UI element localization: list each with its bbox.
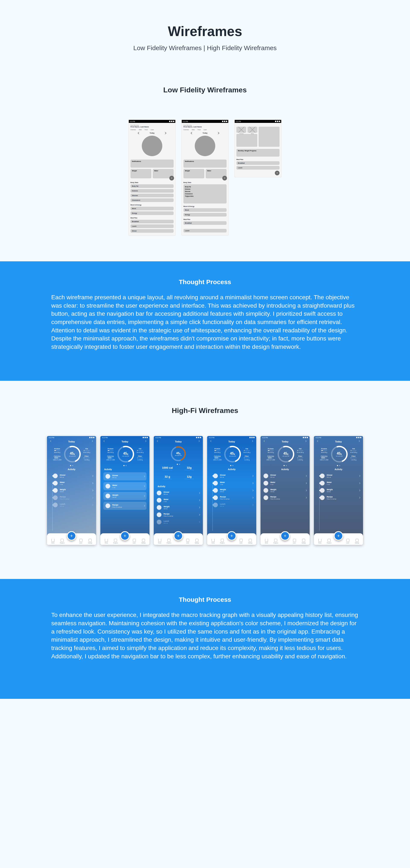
tab-overview[interactable]: Overview (183, 129, 189, 130)
breakfast-row[interactable]: Breakfast (183, 221, 227, 225)
nav-home[interactable]: Home (262, 539, 271, 544)
today-header[interactable]: Today (100, 439, 149, 443)
chevron-right-icon[interactable] (145, 440, 146, 442)
nav-settings[interactable]: Settings (192, 539, 202, 544)
tab-food[interactable]: Food (145, 129, 148, 130)
nav-learn[interactable]: Learn (343, 539, 353, 544)
lunch-row[interactable]: Lunch (183, 229, 227, 232)
activity-recipe[interactable]: RecipePaleo Dumplings (320, 494, 360, 501)
nav-home[interactable]: Home (101, 539, 111, 544)
activity-weight[interactable]: Weight190 lbs (157, 504, 200, 511)
nav-home[interactable]: Home (315, 539, 325, 544)
nav-settings[interactable]: Settings (245, 539, 255, 544)
notifications-card[interactable]: Notifications (183, 160, 227, 168)
monthly-weight-card[interactable]: Monthly: Weight Progress (236, 149, 280, 157)
nav-progress[interactable]: Progress (58, 539, 67, 544)
activity-dinner[interactable]: Dinner950 cal (157, 489, 200, 497)
tab-stats[interactable]: Stats (192, 129, 195, 130)
mood-row[interactable]: Mood (183, 208, 227, 212)
energy-row[interactable]: Energy (130, 211, 174, 215)
activity-dinner[interactable]: Dinner950 cal (320, 472, 360, 479)
chevron-left-icon[interactable] (104, 440, 105, 442)
activity-weight[interactable]: Weight190 lbs (213, 487, 253, 494)
nav-learn[interactable]: Learn (129, 539, 139, 544)
lofi-tabs[interactable]: Overview Stats Food Loser (183, 129, 227, 130)
activity-lunch[interactable]: Lunch500 cal (157, 518, 200, 526)
nav-progress[interactable]: Progress (218, 539, 227, 544)
cholesterol-row[interactable]: Cholesterol (130, 198, 174, 202)
add-fab[interactable]: + (174, 531, 183, 540)
dinner-row[interactable]: Dinner (130, 229, 174, 233)
nav-progress[interactable]: Progress (165, 539, 174, 544)
nav-progress[interactable]: Progress (271, 539, 281, 544)
nav-settings[interactable]: Settings (299, 539, 309, 544)
add-fab[interactable]: + (334, 531, 343, 540)
page-dots[interactable] (261, 465, 310, 466)
activity-dinner[interactable]: Dinner950 cal (53, 472, 93, 479)
activity-weight[interactable]: Weight190 lbs (104, 492, 146, 500)
today-header[interactable]: Today (314, 439, 363, 443)
nav-settings[interactable]: Settings (352, 539, 362, 544)
activity-water[interactable]: Water1 cup (53, 479, 93, 487)
nav-learn[interactable]: Learn (290, 539, 299, 544)
activity-recipe[interactable]: RecipePaleo Dumplings (53, 494, 93, 501)
activity-weight[interactable]: Weight190 lbs (264, 487, 306, 494)
today-label[interactable]: Today (130, 132, 174, 134)
page-dots[interactable] (100, 465, 149, 466)
today-header[interactable]: Today (261, 439, 310, 443)
nav-home[interactable]: Home (208, 539, 218, 544)
lunch-row[interactable]: Lunch (130, 224, 174, 228)
nav-learn[interactable]: Learn (76, 539, 86, 544)
energy-row[interactable]: Energy (183, 213, 227, 217)
activity-dinner[interactable]: Dinner950 cal (213, 472, 253, 479)
activity-dinner[interactable]: Dinner950 cal (264, 472, 306, 479)
activity-weight[interactable]: Weight190 lbs (320, 487, 360, 494)
activity-water[interactable]: Water1 cup (213, 479, 253, 487)
breakfast-row[interactable]: Breakfast (236, 161, 280, 165)
add-fab[interactable]: + (275, 170, 280, 175)
chevron-left-icon[interactable] (50, 440, 52, 442)
page-dots[interactable] (207, 465, 256, 466)
activity-lunch[interactable]: Lunch500 cal (213, 501, 253, 508)
ketones-row[interactable]: Ketones (130, 189, 174, 193)
weight-card[interactable]: Weight (183, 169, 204, 178)
nav-settings[interactable]: Settings (139, 539, 148, 544)
activity-recipe[interactable]: RecipePaleo Dumplings (213, 494, 253, 501)
activity-recipe[interactable]: RecipePaleo Dumplings (157, 511, 200, 518)
activity-weight[interactable]: Weight190 lbs (53, 487, 93, 494)
nav-settings[interactable]: Settings (85, 539, 95, 544)
chevron-right-icon[interactable] (198, 440, 200, 442)
add-fab[interactable]: + (281, 531, 290, 540)
nav-home[interactable]: Home (48, 539, 58, 544)
activity-water[interactable]: Water1 cup (320, 479, 360, 487)
lunch-row[interactable]: Lunch (236, 166, 280, 169)
add-fab[interactable]: + (120, 531, 129, 540)
page-dots[interactable] (47, 465, 96, 466)
glucose-row[interactable]: Glucose (130, 194, 174, 197)
tab-loser[interactable]: Loser (150, 129, 154, 130)
tab-stats[interactable]: Stats (139, 129, 142, 130)
chevron-left-icon[interactable] (157, 440, 159, 442)
add-fab[interactable]: + (67, 531, 76, 540)
activity-water[interactable]: Water1 cup (264, 479, 306, 487)
add-fab[interactable]: + (169, 176, 174, 181)
lofi-tabs[interactable]: Overview Stats Food Loser (130, 129, 174, 130)
today-label[interactable]: Today (183, 132, 227, 134)
tab-loser[interactable]: Loser (204, 129, 207, 130)
activity-recipe[interactable]: RecipePaleo Dumplings (104, 502, 146, 510)
tab-food[interactable]: Food (198, 129, 201, 130)
weight-card[interactable]: Weight (130, 169, 151, 178)
today-header[interactable]: Today (47, 439, 96, 443)
body-stats-combined[interactable]: Body Fat Ketones Glucose Cholesterol Tri… (183, 184, 227, 204)
add-fab[interactable]: + (222, 176, 227, 181)
today-header[interactable]: Today (207, 439, 256, 443)
tab-overview[interactable]: Overview (130, 129, 136, 130)
nav-progress[interactable]: Progress (111, 539, 120, 544)
breakfast-row[interactable]: Breakfast (130, 220, 174, 223)
add-fab[interactable]: + (227, 531, 236, 540)
nav-home[interactable]: Home (155, 539, 165, 544)
today-header[interactable]: Today (154, 439, 203, 443)
page-dots[interactable] (154, 464, 203, 465)
activity-recipe[interactable]: RecipePaleo Dumplings (264, 494, 306, 501)
activity-water[interactable]: Water1 cup (104, 482, 146, 490)
